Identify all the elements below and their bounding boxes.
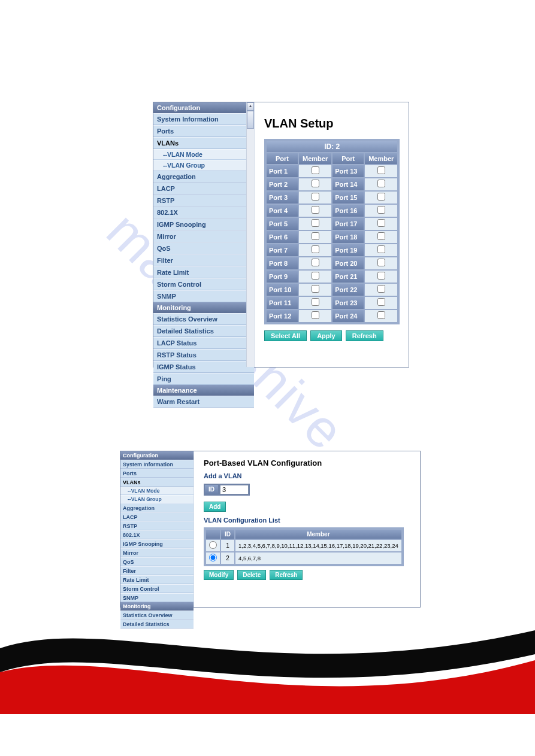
- nav-item-lacp[interactable]: LACP: [153, 183, 254, 195]
- nav-sub-vlan-mode[interactable]: --VLAN Mode: [153, 149, 254, 160]
- port-label: Port 22: [333, 284, 364, 296]
- port-label: Port 3: [267, 192, 298, 204]
- nav2-item-filter[interactable]: Filter: [120, 566, 194, 575]
- port-member-checkbox[interactable]: [377, 285, 385, 293]
- port-member-checkbox[interactable]: [377, 180, 385, 187]
- port-member-checkbox[interactable]: [312, 245, 319, 253]
- port-label: Port 5: [267, 218, 298, 230]
- port-member-checkbox[interactable]: [312, 193, 319, 201]
- nav-item-ping[interactable]: Ping: [153, 373, 254, 385]
- nav2-sub-vlan-group[interactable]: --VLAN Group: [120, 495, 194, 503]
- vlan-row-member: 4,5,6,7,8: [235, 552, 401, 564]
- nav-item-mirror[interactable]: Mirror: [153, 230, 254, 242]
- port-member-checkbox[interactable]: [312, 259, 319, 266]
- scroll-up-icon[interactable]: ▴: [247, 102, 254, 111]
- nav2-item-qos[interactable]: QoS: [120, 557, 194, 566]
- vlan-row-id: 2: [221, 552, 234, 564]
- nav2-item-system-information[interactable]: System Information: [120, 460, 194, 469]
- footer-wave-graphic: [0, 606, 535, 714]
- nav2-item-lacp[interactable]: LACP: [120, 512, 194, 521]
- nav-item-statistics-overview[interactable]: Statistics Overview: [153, 313, 254, 325]
- port-member-checkbox[interactable]: [377, 298, 385, 306]
- nav-item-rstp-status[interactable]: RSTP Status: [153, 349, 254, 361]
- nav-item-8021x[interactable]: 802.1X: [153, 207, 254, 218]
- nav-section-monitoring: Monitoring: [153, 302, 254, 313]
- nav2-item-snmp[interactable]: SNMP: [120, 593, 194, 602]
- vlan-id-header: ID: 2: [267, 141, 397, 152]
- vlan-row-id: 1: [221, 540, 234, 551]
- nav2-item-ports[interactable]: Ports: [120, 469, 194, 478]
- port-label: Port 23: [333, 297, 364, 309]
- col-id: ID: [221, 530, 234, 539]
- modify-button[interactable]: Modify: [204, 570, 234, 580]
- port-member-checkbox[interactable]: [312, 180, 319, 187]
- port-member-checkbox[interactable]: [312, 298, 319, 306]
- nav-item-filter[interactable]: Filter: [153, 254, 254, 266]
- nav-sidebar: Configuration System Information Ports V…: [153, 102, 255, 367]
- port-member-checkbox[interactable]: [312, 219, 319, 227]
- port-label: Port 18: [333, 231, 364, 243]
- port-member-checkbox[interactable]: [377, 232, 385, 240]
- port-label: Port 14: [333, 178, 364, 190]
- port-member-checkbox[interactable]: [377, 311, 385, 319]
- select-all-button[interactable]: Select All: [264, 330, 307, 341]
- add-button[interactable]: Add: [204, 502, 226, 512]
- refresh-button[interactable]: Refresh: [346, 330, 383, 341]
- port-member-checkbox[interactable]: [377, 206, 385, 214]
- port-member-checkbox[interactable]: [377, 245, 385, 253]
- port-member-checkbox[interactable]: [377, 272, 385, 280]
- port-member-checkbox[interactable]: [312, 232, 319, 240]
- nav-item-warm-restart[interactable]: Warm Restart: [153, 396, 254, 408]
- port-member-checkbox[interactable]: [312, 311, 319, 319]
- nav2-item-rstp[interactable]: RSTP: [120, 521, 194, 530]
- nav-item-lacp-status[interactable]: LACP Status: [153, 337, 254, 349]
- nav-sub-vlan-group[interactable]: --VLAN Group: [153, 160, 254, 171]
- port-label: Port 4: [267, 205, 298, 217]
- scroll-thumb[interactable]: [247, 111, 254, 129]
- nav-item-igmp-status[interactable]: IGMP Status: [153, 361, 254, 373]
- refresh-button-2[interactable]: Refresh: [270, 570, 303, 580]
- nav-scrollbar[interactable]: ▴: [246, 102, 254, 367]
- port-label: Port 24: [333, 310, 364, 322]
- nav-item-igmp-snooping[interactable]: IGMP Snooping: [153, 218, 254, 230]
- port-member-checkbox[interactable]: [377, 259, 385, 266]
- vlan-row-radio[interactable]: [209, 541, 217, 549]
- nav2-sub-vlan-mode[interactable]: --VLAN Mode: [120, 487, 194, 495]
- delete-button[interactable]: Delete: [237, 570, 266, 580]
- apply-button[interactable]: Apply: [310, 330, 342, 341]
- nav2-item-storm-control[interactable]: Storm Control: [120, 584, 194, 593]
- nav-item-vlans[interactable]: VLANs: [153, 137, 254, 149]
- nav-item-detailed-statistics[interactable]: Detailed Statistics: [153, 325, 254, 337]
- nav-item-system-information[interactable]: System Information: [153, 113, 254, 125]
- port-label: Port 20: [333, 257, 364, 269]
- port-member-checkbox[interactable]: [377, 219, 385, 227]
- nav2-item-8021x[interactable]: 802.1X: [120, 530, 194, 539]
- nav-item-ports[interactable]: Ports: [153, 125, 254, 137]
- nav2-item-rate-limit[interactable]: Rate Limit: [120, 575, 194, 584]
- vlan-list-label: VLAN Configuration List: [204, 517, 415, 524]
- vlan-setup-panel: VLAN Setup ID: 2 Port Member Port Member…: [255, 102, 409, 367]
- nav2-item-mirror[interactable]: Mirror: [120, 548, 194, 557]
- port-member-checkbox[interactable]: [312, 206, 319, 214]
- nav-section-configuration: Configuration: [153, 102, 254, 113]
- nav-item-qos[interactable]: QoS: [153, 242, 254, 254]
- port-member-checkbox[interactable]: [377, 193, 385, 201]
- nav2-item-vlans[interactable]: VLANs: [120, 478, 194, 487]
- page-title-2: Port-Based VLAN Configuration: [204, 459, 415, 467]
- nav-item-snmp[interactable]: SNMP: [153, 290, 254, 302]
- nav-item-rate-limit[interactable]: Rate Limit: [153, 266, 254, 278]
- vlan-row-radio[interactable]: [209, 554, 217, 561]
- port-member-checkbox[interactable]: [312, 166, 319, 174]
- page-title: VLAN Setup: [264, 117, 403, 130]
- nav2-item-igmp-snooping[interactable]: IGMP Snooping: [120, 539, 194, 548]
- col-port-left: Port: [267, 153, 298, 164]
- vlan-config-list-table: ID Member 11,2,3,4,5,6,7,8,9,10,11,12,13…: [204, 527, 404, 566]
- nav-item-aggregation[interactable]: Aggregation: [153, 171, 254, 183]
- nav-item-rstp[interactable]: RSTP: [153, 195, 254, 207]
- port-member-checkbox[interactable]: [377, 166, 385, 174]
- nav-item-storm-control[interactable]: Storm Control: [153, 278, 254, 290]
- port-member-checkbox[interactable]: [312, 285, 319, 293]
- vlan-id-input[interactable]: [220, 485, 249, 494]
- port-member-checkbox[interactable]: [312, 272, 319, 280]
- nav2-item-aggregation[interactable]: Aggregation: [120, 503, 194, 512]
